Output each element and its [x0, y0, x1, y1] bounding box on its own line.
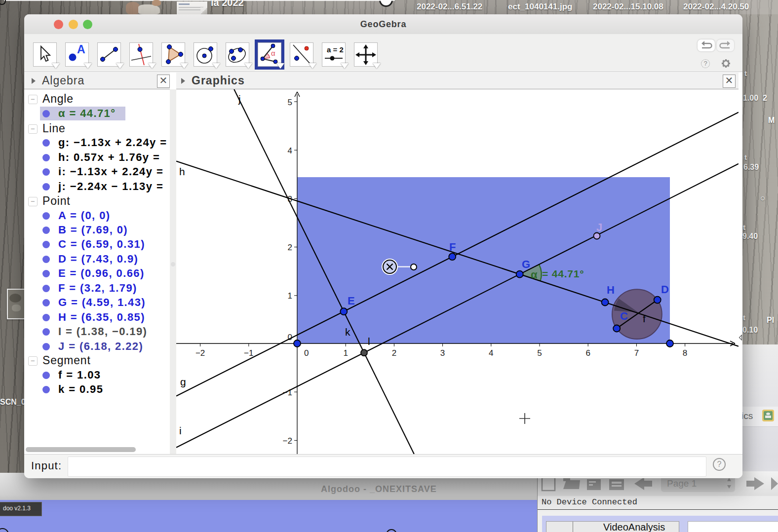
svg-text:0: 0	[304, 348, 309, 358]
svg-text:D: D	[661, 283, 669, 296]
svg-text:−2: −2	[283, 436, 292, 446]
svg-text:7: 7	[634, 348, 639, 358]
svg-text:5: 5	[288, 98, 292, 107]
svg-text:= 44.71°: = 44.71°	[542, 268, 584, 279]
svg-text:g: g	[180, 376, 186, 387]
svg-text:f: f	[643, 313, 646, 324]
svg-text:H: H	[607, 284, 615, 296]
svg-text:k: k	[345, 326, 350, 338]
svg-text:5: 5	[537, 348, 542, 358]
svg-text:α: α	[271, 49, 275, 57]
svg-text:E: E	[348, 295, 355, 307]
svg-text:8: 8	[683, 348, 687, 358]
svg-text:i: i	[179, 425, 182, 436]
svg-text:4: 4	[288, 146, 292, 155]
svg-text:1: 1	[288, 291, 292, 301]
svg-text:Page 1: Page 1	[667, 478, 697, 489]
svg-text:−1: −1	[244, 348, 253, 358]
svg-text:4: 4	[489, 348, 493, 358]
svg-text:l: l	[368, 336, 370, 347]
svg-text:2: 2	[392, 348, 396, 358]
svg-text:A: A	[77, 43, 85, 56]
svg-text:C: C	[620, 310, 628, 322]
svg-text:F: F	[449, 241, 456, 253]
svg-text:h: h	[179, 166, 185, 177]
svg-text:J: J	[596, 221, 602, 233]
svg-text:−2: −2	[195, 348, 205, 358]
svg-text:G: G	[522, 258, 530, 270]
svg-text:j: j	[238, 93, 241, 105]
svg-text:3: 3	[440, 348, 445, 358]
svg-text:2: 2	[288, 243, 292, 252]
svg-text:6: 6	[585, 348, 590, 358]
svg-text:1: 1	[343, 348, 348, 358]
svg-text:a = 2: a = 2	[327, 45, 344, 54]
svg-text:α: α	[531, 268, 538, 281]
